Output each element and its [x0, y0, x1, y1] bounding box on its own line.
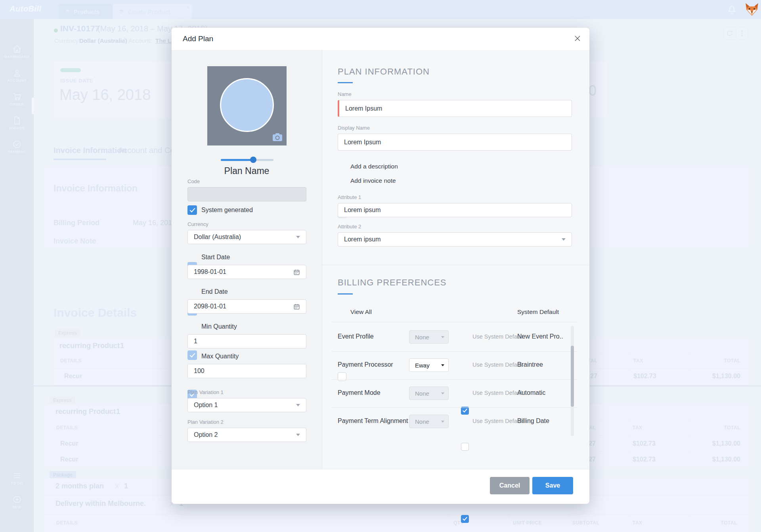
min-quantity-input[interactable]: 1 [187, 334, 306, 348]
chevron-down-icon [296, 236, 300, 238]
use-system-default-label: Use System Default [472, 362, 523, 368]
screen: AutoBill Products × Create Product × DAS… [0, 0, 761, 532]
end-date-input[interactable]: 2098-01-01 [187, 299, 306, 314]
plan-variation-1-select[interactable]: Option 1 [187, 398, 306, 412]
add-description-label: Add a description [350, 163, 398, 170]
chevron-down-icon [562, 238, 566, 241]
plan-image-preview [220, 78, 274, 132]
currency-select[interactable]: Dollar (Australia) [187, 230, 306, 244]
save-button[interactable]: Save [532, 477, 573, 494]
min-quantity-checkbox[interactable] [187, 350, 197, 360]
image-zoom-slider[interactable] [221, 159, 273, 161]
attribute-2-label: Attribute 2 [338, 224, 361, 230]
name-input[interactable]: Lorem Ipsum [338, 100, 572, 117]
payment-processor-select[interactable]: Eway [409, 358, 449, 372]
plan-name-heading: Plan Name [172, 166, 322, 176]
calendar-icon[interactable] [293, 269, 300, 276]
attribute-2-select[interactable]: Lorem ipsum [338, 232, 572, 247]
system-generated-label: System generated [201, 207, 253, 214]
start-date-label: Start Date [201, 254, 230, 261]
cancel-button[interactable]: Cancel [490, 477, 530, 494]
chevron-down-icon [296, 434, 300, 436]
use-system-default-label: Use System Default [472, 333, 523, 340]
billing-preferences-heading: BILLING PREFERENCES [338, 277, 447, 288]
plan-image-uploader[interactable] [207, 66, 287, 145]
system-default-header: System Default [517, 308, 559, 316]
system-default-value: Automatic [517, 389, 545, 396]
system-default-value: Braintree [517, 361, 543, 368]
calendar-icon[interactable] [293, 303, 300, 310]
system-default-value: Billing Date [517, 417, 549, 425]
use-system-default-checkbox[interactable] [461, 407, 469, 415]
plan-variation-2-select[interactable]: Option 2 [187, 428, 306, 442]
currency-label: Currency [187, 221, 208, 227]
attribute-1-label: Attribute 1 [338, 194, 361, 200]
min-quantity-label: Min Quantity [201, 323, 237, 330]
chevron-down-icon [296, 404, 300, 406]
modal-title: Add Plan [183, 34, 213, 43]
slider-fill [221, 159, 253, 161]
add-plan-modal: Add Plan Plan Name Code System generated… [172, 28, 589, 503]
section-divider [322, 265, 589, 265]
event-profile-select: None [409, 330, 449, 344]
add-invoice-note-label: Add invoice note [350, 177, 396, 184]
name-label: Name [338, 91, 352, 97]
display-name-label: Display Name [338, 125, 370, 131]
display-name-input[interactable]: Lorem Ipsum [338, 134, 572, 151]
scrollbar[interactable] [571, 326, 574, 436]
slider-thumb[interactable] [250, 157, 256, 163]
system-default-value: New Event Pro.. [517, 333, 563, 340]
plan-information-heading: PLAN INFORMATION [338, 67, 430, 77]
scrollbar-thumb[interactable] [571, 346, 574, 407]
pref-row-label: Payment Mode [338, 389, 380, 396]
max-quantity-input[interactable]: 100 [187, 364, 306, 378]
close-icon[interactable] [574, 34, 583, 44]
start-date-input[interactable]: 1998-01-01 [187, 265, 306, 279]
user-avatar[interactable] [744, 1, 760, 18]
plan-variation-1-label: Plan Variation 1 [187, 389, 224, 395]
code-label: Code [187, 178, 200, 184]
modal-footer: Cancel Save [172, 469, 589, 504]
use-system-default-checkbox[interactable] [461, 515, 469, 523]
chevron-down-icon [441, 392, 444, 394]
modal-header: Add Plan [172, 28, 589, 50]
code-input [187, 187, 306, 201]
plan-variation-2-label: Plan Variation 2 [187, 419, 224, 425]
section-underline [338, 293, 353, 295]
attribute-1-input[interactable]: Lorem ipsum [338, 203, 572, 217]
view-all-label: View All [350, 308, 372, 316]
end-date-label: End Date [201, 288, 228, 295]
chevron-down-icon [441, 421, 444, 423]
pref-row-label: Event Profile [338, 333, 374, 340]
pref-row-label: Payment Processor [338, 361, 393, 368]
use-system-default-label: Use System Default [472, 390, 523, 396]
payment-mode-select: None [409, 387, 449, 400]
system-generated-checkbox[interactable] [187, 205, 197, 215]
camera-icon[interactable] [272, 133, 283, 142]
chevron-down-icon [441, 336, 444, 338]
use-system-default-checkbox[interactable] [461, 443, 469, 451]
max-quantity-label: Max Quantity [201, 353, 239, 360]
use-system-default-label: Use System Default [472, 418, 523, 424]
chevron-down-icon [441, 364, 444, 366]
pref-row-label: Payment Term Alignment [338, 417, 408, 425]
section-underline [338, 82, 353, 83]
payment-term-alignment-select: None [409, 415, 449, 428]
